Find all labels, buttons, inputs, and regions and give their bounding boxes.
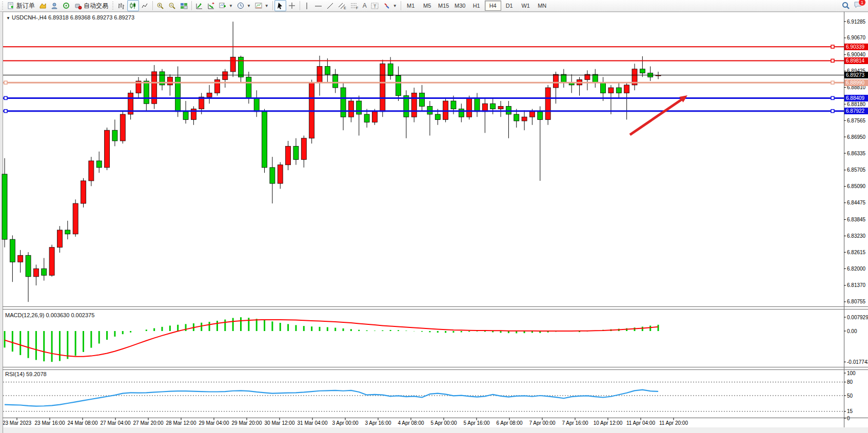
candlestick: [239, 57, 244, 77]
candlestick: [435, 114, 440, 119]
zoom-in-button[interactable]: [154, 0, 166, 11]
line-handle[interactable]: [831, 96, 834, 99]
template-button[interactable]: ▼: [253, 0, 271, 11]
rsi-indicator-label: RSI(14) 59.2078: [5, 371, 47, 377]
zoom-out-button[interactable]: [166, 0, 178, 11]
dropdown-arrow-icon: ▼: [247, 4, 251, 8]
candlestick: [396, 76, 401, 96]
candlestick: [317, 67, 322, 83]
arrows-tool-button[interactable]: ▼: [381, 0, 399, 11]
candlestick: [42, 269, 47, 275]
price-tag: 6.88990: [844, 79, 868, 86]
search-icon[interactable]: [842, 2, 850, 10]
candlestick: [246, 77, 251, 98]
timeframe-button-m1[interactable]: M1: [403, 1, 419, 11]
cursor-tool-button[interactable]: [274, 0, 286, 11]
autotrade-label: 自动交易: [84, 2, 108, 10]
price-tag: 6.89273: [844, 72, 868, 78]
chart-plot[interactable]: [0, 0, 868, 433]
notification-badge: 1: [858, 0, 866, 6]
line-handle[interactable]: [4, 81, 7, 84]
line-handle[interactable]: [4, 110, 7, 113]
line-chart-button[interactable]: [139, 0, 151, 11]
indicator-window-alt-button[interactable]: [205, 0, 217, 11]
text-icon: A: [363, 3, 367, 9]
profile-button[interactable]: [49, 0, 61, 11]
candlestick: [270, 168, 275, 183]
candlestick: [490, 104, 496, 109]
candlestick: [152, 72, 157, 104]
crosshair-tool-button[interactable]: [286, 0, 298, 11]
tile-windows-button[interactable]: [178, 0, 190, 11]
line-handle[interactable]: [831, 81, 834, 84]
candlestick: [18, 255, 23, 262]
candlestick: [640, 69, 645, 73]
candlestick: [65, 230, 70, 234]
candlestick: [33, 269, 38, 277]
toolbar-separator: [272, 1, 273, 10]
channel-tool-button[interactable]: E: [336, 0, 348, 11]
candlestick: [144, 81, 149, 104]
candlestick: [57, 230, 62, 248]
timeframe-button-w1[interactable]: W1: [518, 1, 534, 11]
symbol-title: ▼ USDCNH-,H4 6.89318 6.89368 6.89273 6.8…: [6, 14, 134, 20]
collapse-triangle-icon[interactable]: ▼: [6, 16, 10, 20]
timeframe-button-m30[interactable]: M30: [452, 1, 468, 11]
line-chart-icon: [141, 2, 149, 10]
rsi-line: [5, 390, 658, 406]
line-handle[interactable]: [831, 59, 834, 62]
candlestick: [364, 114, 369, 122]
bar-chart-button[interactable]: [115, 0, 127, 11]
fibonacci-tool-button[interactable]: F: [348, 0, 361, 11]
candlestick: [593, 74, 598, 83]
toolbar-grip: [2, 2, 4, 10]
crosshair-icon: [288, 2, 296, 10]
label-tool-button[interactable]: T: [369, 0, 381, 11]
hline-icon: [314, 2, 322, 10]
arrows-icon: [383, 2, 391, 10]
annotation-arrow[interactable]: [630, 98, 683, 135]
indicator-window-icon: [195, 2, 203, 10]
hline-tool-button[interactable]: [312, 0, 324, 11]
trendline-tool-button[interactable]: [324, 0, 336, 11]
candlestick: [286, 146, 291, 164]
line-handle[interactable]: [831, 45, 834, 48]
new-order-label: 新订单: [16, 2, 35, 10]
line-handle[interactable]: [4, 96, 7, 99]
indicator-window-button[interactable]: [193, 0, 205, 11]
zoom-out-icon: [168, 2, 176, 10]
timeframe-button-m15[interactable]: M15: [436, 1, 452, 11]
candlestick: [230, 57, 235, 72]
autotrade-button[interactable]: 自动交易: [72, 0, 110, 11]
candlestick: [223, 72, 228, 80]
candlestick: [467, 98, 472, 117]
vline-icon: [304, 2, 310, 10]
price-tag: 6.89814: [844, 57, 868, 64]
timeframe-button-d1[interactable]: D1: [501, 1, 518, 11]
line-handle[interactable]: [831, 110, 834, 113]
period-button[interactable]: ▼: [235, 0, 253, 11]
zoom-in-icon: [156, 2, 164, 10]
timeframe-button-h1[interactable]: H1: [468, 1, 485, 11]
candlestick: [120, 114, 125, 141]
candlestick: [301, 138, 306, 160]
indicator-window-alt-icon: [207, 2, 215, 10]
candlestick-chart-button[interactable]: [127, 0, 139, 11]
candlestick: [601, 83, 606, 93]
new-order-button[interactable]: 新订单: [5, 0, 37, 11]
text-tool-button[interactable]: A: [361, 0, 369, 11]
vline-tool-button[interactable]: [302, 0, 312, 11]
connection-button[interactable]: [61, 0, 72, 11]
candlestick: [293, 146, 299, 159]
toolbar-separator: [152, 1, 153, 10]
text-label-icon: T: [371, 2, 379, 10]
add-indicator-button[interactable]: ▼: [217, 0, 235, 11]
notifications-button[interactable]: 1: [854, 1, 863, 10]
new-chart-button[interactable]: [37, 0, 49, 11]
timeframe-button-m5[interactable]: M5: [419, 1, 436, 11]
candlestick: [411, 93, 417, 117]
timeframe-button-mn[interactable]: MN: [534, 1, 550, 11]
candlestick: [81, 181, 86, 203]
timeframe-button-h4[interactable]: H4: [485, 1, 501, 11]
candlestick: [529, 112, 535, 117]
